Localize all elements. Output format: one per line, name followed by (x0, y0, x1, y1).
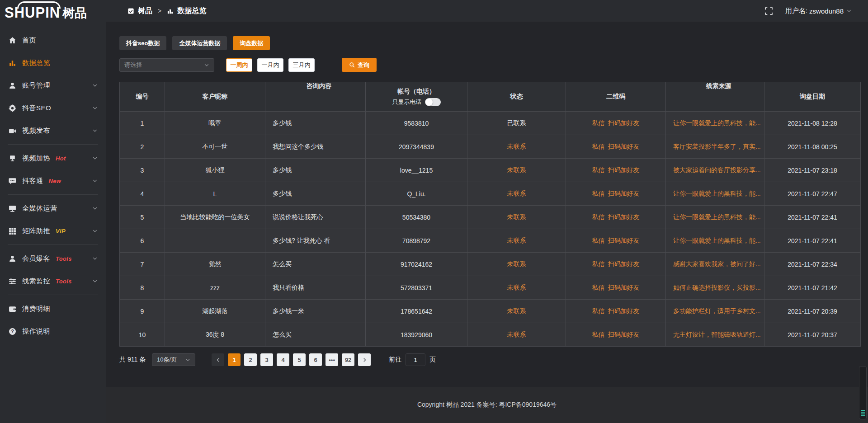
nickname-cell: 狐小狸 (165, 158, 265, 182)
query-button[interactable]: 查询 (342, 58, 377, 72)
sidebar-item-label: 数据总览 (22, 59, 50, 67)
source-link[interactable]: 多功能护栏灯，适用于乡村文... (673, 307, 761, 315)
prev-page-button[interactable] (212, 353, 224, 366)
sidebar-item-6[interactable]: 视频加热Hot (0, 147, 106, 169)
chart-icon (8, 59, 16, 67)
qr-link[interactable]: 私信 (592, 213, 605, 221)
tab-2[interactable]: 询盘数据 (233, 36, 270, 50)
qr-link[interactable]: 扫码加好友 (608, 331, 640, 339)
qr-link[interactable]: 私信 (592, 237, 605, 245)
user-menu[interactable]: 用户名: zswodun88 (785, 7, 852, 15)
qr-link[interactable]: 扫码加好友 (608, 143, 640, 151)
goto-page-input[interactable] (406, 353, 425, 366)
page-button-4[interactable]: 4 (277, 353, 289, 366)
phone-only-toggle[interactable] (425, 98, 441, 106)
page-button-6[interactable]: 6 (309, 353, 322, 366)
brand-logo[interactable]: SHUPIN 树品 (0, 0, 106, 26)
sidebar-item-0[interactable]: 首页 (0, 29, 106, 52)
source-cell: 客厅安装投影半年多了，真实... (666, 135, 764, 158)
qr-link[interactable]: 扫码加好友 (608, 284, 640, 292)
sidebar-item-label: 视频加热 (22, 154, 50, 163)
source-link[interactable]: 被大家追着问的客厅投影分享... (673, 166, 761, 174)
account-cell: 183929060 (366, 323, 467, 346)
source-link[interactable]: 让你一眼就爱上的黑科技，能... (673, 119, 761, 127)
tab-1[interactable]: 全媒体运营数据 (172, 36, 227, 50)
qr-link[interactable]: 扫码加好友 (608, 213, 640, 221)
menu-divider (8, 244, 98, 245)
qr-link[interactable]: 私信 (592, 260, 605, 268)
source-link[interactable]: 让你一眼就爱上的黑科技，能... (673, 190, 761, 198)
date-cell: 2021-11-07 22:41 (764, 229, 860, 252)
sidebar-item-13[interactable]: 线索监控Tools (0, 270, 106, 292)
sidebar-item-16[interactable]: ?操作说明 (0, 320, 106, 343)
source-link[interactable]: 如何正确选择投影仪，买投影... (673, 284, 761, 292)
qr-link[interactable]: 私信 (592, 307, 605, 315)
chevron-down-icon (92, 128, 98, 133)
row-id-cell: 3 (120, 158, 165, 182)
breadcrumb-current: 数据总览 (177, 6, 206, 16)
range-button-0[interactable]: 一周内 (226, 58, 252, 72)
sidebar: SHUPIN 树品 首页数据总览账号管理抖音SEO视频发布视频加热Hot抖客通N… (0, 0, 106, 423)
monitor2-icon (8, 154, 16, 162)
source-link[interactable]: 感谢大家喜欢我家，被问了好... (673, 260, 761, 268)
page-size-select[interactable]: 10条/页 (152, 353, 195, 366)
account-cell: Q_Liu. (366, 182, 467, 205)
col-header-status: 状态 (467, 82, 566, 111)
grid-icon (8, 227, 16, 235)
query-button-label: 查询 (358, 61, 369, 69)
sidebar-item-label: 首页 (22, 36, 36, 45)
sidebar-item-12[interactable]: 会员爆客Tools (0, 247, 106, 270)
page-button-2[interactable]: 2 (244, 353, 257, 366)
page-button-92[interactable]: 92 (342, 353, 354, 366)
page-button-5[interactable]: 5 (293, 353, 306, 366)
page-button-3[interactable]: 3 (260, 353, 273, 366)
qr-link[interactable]: 扫码加好友 (608, 166, 640, 174)
source-link[interactable]: 让你一眼就爱上的黑科技，能... (673, 237, 761, 245)
table-body: 1哦章多少钱9583810已联系私信扫码加好友让你一眼就爱上的黑科技，能...2… (120, 111, 860, 346)
qrcode-cell: 私信扫码加好友 (566, 252, 666, 276)
qr-link[interactable]: 扫码加好友 (608, 307, 640, 315)
page-button-1[interactable]: 1 (228, 353, 241, 366)
sidebar-item-7[interactable]: 抖客通New (0, 169, 106, 192)
source-link[interactable]: 客厅安装投影半年多了，真实... (673, 143, 761, 151)
range-button-2[interactable]: 三月内 (288, 58, 315, 72)
tab-0[interactable]: 抖音seo数据 (119, 36, 166, 50)
toggle-knob (425, 99, 433, 106)
sidebar-item-15[interactable]: 消费明细 (0, 297, 106, 320)
qr-link[interactable]: 扫码加好友 (608, 237, 640, 245)
qr-link[interactable]: 私信 (592, 190, 605, 198)
qr-link[interactable]: 扫码加好友 (608, 260, 640, 268)
qr-link[interactable]: 私信 (592, 166, 605, 174)
sidebar-item-10[interactable]: 矩阵助推VIP (0, 220, 106, 242)
sidebar-item-1[interactable]: 数据总览 (0, 52, 106, 74)
content-cell: 多少钱 (265, 158, 366, 182)
qrcode-cell: 私信扫码加好友 (566, 299, 666, 323)
sidebar-item-3[interactable]: 抖音SEO (0, 97, 106, 119)
source-link[interactable]: 让你一眼就爱上的黑科技，能... (673, 213, 761, 221)
qr-link[interactable]: 私信 (592, 143, 605, 151)
filter-select[interactable]: 请选择 (119, 58, 214, 72)
fullscreen-icon[interactable] (765, 7, 773, 15)
col-header-source: 线索来源 (666, 82, 764, 111)
table-row: 9湖起湖落多少钱一米178651642未联系私信扫码加好友多功能护栏灯，适用于乡… (120, 299, 860, 323)
qrcode-cell: 私信扫码加好友 (566, 229, 666, 252)
total-count: 共 911 条 (119, 356, 146, 364)
nickname-cell: 不可一世 (165, 135, 265, 158)
qr-link[interactable]: 扫码加好友 (608, 190, 640, 198)
qr-link[interactable]: 扫码加好友 (608, 119, 640, 127)
date-cell: 2021-11-08 12:28 (764, 111, 860, 135)
next-page-button[interactable] (358, 353, 371, 366)
qr-link[interactable]: 私信 (592, 119, 605, 127)
source-link[interactable]: 无主灯设计，智能磁吸轨道灯... (673, 331, 761, 339)
sidebar-item-4[interactable]: 视频发布 (0, 119, 106, 142)
source-cell: 如何正确选择投影仪，买投影... (666, 276, 764, 299)
qr-link[interactable]: 私信 (592, 331, 605, 339)
page-ellipsis-button[interactable]: ••• (326, 353, 338, 366)
sidebar-item-2[interactable]: 账号管理 (0, 74, 106, 97)
qr-link[interactable]: 私信 (592, 284, 605, 292)
breadcrumb-root[interactable]: 树品 (138, 6, 152, 16)
chevron-down-icon (185, 357, 190, 362)
range-button-1[interactable]: 一月内 (257, 58, 283, 72)
sidebar-item-9[interactable]: 全媒体运营 (0, 197, 106, 220)
floating-widget[interactable] (859, 366, 867, 419)
